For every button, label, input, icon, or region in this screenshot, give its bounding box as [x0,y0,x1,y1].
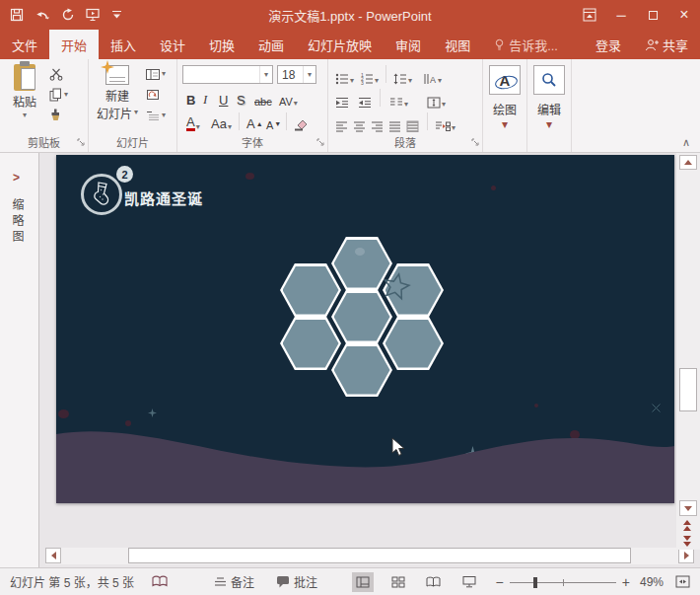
fit-slide-to-window-icon[interactable] [675,575,690,588]
zoom-level[interactable]: 49% [640,575,664,589]
start-slideshow-icon[interactable] [86,8,101,22]
view-slide-sorter-button[interactable] [387,572,409,592]
font-size-dropdown-icon[interactable]: ▾ [303,66,315,83]
numbering-button[interactable]: 123▾ [360,67,379,85]
notes-button[interactable]: 备注 [214,573,254,590]
horizontal-scrollbar-thumb[interactable] [128,548,631,563]
font-name-dropdown-icon[interactable]: ▾ [259,66,272,83]
minimize-button[interactable]: ─ [605,0,637,30]
underline-button[interactable]: U [219,90,228,108]
hexagon-shape[interactable] [331,343,392,397]
increase-indent-button[interactable] [358,91,372,109]
drawing-button[interactable]: A [489,65,521,95]
font-color-button[interactable]: A▾ [186,113,200,131]
tab-animations[interactable]: 动画 [246,30,296,59]
align-text-button[interactable]: ▾ [427,91,446,109]
hexagon-shape[interactable] [383,317,444,370]
view-normal-button[interactable] [352,572,374,592]
convert-smartart-button[interactable]: ▾ [435,114,455,132]
tab-tell-me[interactable]: 告诉我... [482,30,570,59]
font-size-combobox[interactable]: 18 ▾ [277,65,316,84]
hexagon-shape[interactable] [280,317,341,370]
change-case-button[interactable]: Aa▾ [211,113,232,131]
tab-view[interactable]: 视图 [433,30,482,59]
collapse-ribbon-icon[interactable]: ∧ [682,136,690,149]
dot-decoration [491,186,496,190]
drawing-dropdown-icon[interactable]: ▾ [483,118,526,130]
sign-in-button[interactable]: 登录 [584,30,633,59]
scroll-right-button[interactable] [678,548,694,563]
scroll-up-button[interactable] [679,155,697,170]
new-slide-button[interactable]: 新建 幻灯片▾ [93,65,142,119]
tab-design[interactable]: 设计 [148,30,197,59]
share-label: 共享 [663,36,688,54]
undo-icon[interactable] [35,8,50,22]
tab-home[interactable]: 开始 [49,30,99,59]
repeat-icon[interactable] [61,8,75,22]
save-icon[interactable] [10,8,24,22]
paste-button[interactable]: 粘贴 ▾ [7,64,42,119]
scroll-down-button[interactable] [679,500,697,516]
close-button[interactable]: × [668,0,700,30]
spell-check-icon[interactable] [152,575,169,588]
text-shadow-button[interactable]: S [237,90,245,108]
section-button[interactable]: ▾ [146,109,166,122]
grow-font-button[interactable]: A▲ [246,113,263,131]
reset-slide-button[interactable] [146,88,166,102]
zoom-slider-thumb[interactable] [533,577,537,588]
zoom-out-button[interactable]: − [496,574,504,590]
editing-button[interactable] [533,65,565,95]
align-left-button[interactable] [335,114,348,132]
columns-button[interactable]: ▾ [389,91,408,109]
align-right-button[interactable] [371,114,384,132]
view-slideshow-button[interactable] [458,572,480,592]
previous-slide-button[interactable] [683,520,691,531]
decrease-indent-button[interactable] [335,91,349,109]
clear-formatting-button[interactable] [294,113,308,131]
distribute-button[interactable] [406,114,419,132]
format-painter-button[interactable] [49,109,68,122]
hexagon-shape[interactable] [280,263,341,317]
thumbnail-pane-label: 缩略图 [9,198,26,246]
slide-title[interactable]: 凯路通圣诞 [124,187,203,208]
copy-button[interactable]: ▾ [49,88,68,102]
scroll-left-button[interactable] [45,548,61,563]
italic-button[interactable]: I [203,90,207,108]
font-name-combobox[interactable]: ▾ [182,65,273,84]
slide-number-indicator[interactable]: 幻灯片 第 5 张，共 5 张 [10,573,134,590]
comments-button[interactable]: 批注 [276,573,317,590]
zoom-in-button[interactable]: + [622,574,630,590]
bold-button[interactable]: B [186,90,195,108]
line-spacing-button[interactable]: ▾ [393,67,412,85]
vertical-scrollbar-thumb[interactable] [679,368,697,411]
tab-transitions[interactable]: 切换 [197,30,246,59]
tab-insert[interactable]: 插入 [99,30,148,59]
tab-review[interactable]: 审阅 [384,30,433,59]
share-button[interactable]: 共享 [633,30,700,59]
next-slide-button[interactable] [683,536,691,547]
tab-file[interactable]: 文件 [0,30,49,59]
view-reading-button[interactable] [423,572,445,592]
drawing-icon: A [500,72,511,89]
align-center-button[interactable] [353,114,366,132]
arrow-left-icon [51,552,56,559]
ribbon-display-options-icon[interactable] [574,0,605,30]
zoom-slider[interactable] [510,572,616,592]
bullets-button[interactable]: ▾ [335,67,354,85]
strikethrough-button[interactable]: abc [254,90,272,108]
maximize-button[interactable] [637,0,668,30]
layout-button[interactable]: ▾ [146,67,166,81]
text-direction-button[interactable]: A▾ [423,67,442,85]
slide[interactable]: 2 凯路通圣诞 [56,155,674,503]
cut-button[interactable] [49,67,68,81]
justify-button[interactable] [388,114,401,132]
vertical-scrollbar[interactable] [676,153,700,550]
character-spacing-button[interactable]: AV▾ [279,90,298,108]
thumbnail-pane-collapsed[interactable]: > 缩略图 [0,153,39,567]
editing-dropdown-icon[interactable]: ▾ [527,118,571,130]
expand-pane-icon[interactable]: > [13,171,20,185]
customize-qat-icon[interactable] [111,10,122,20]
shrink-font-button[interactable]: A▼ [266,113,281,131]
horizontal-scrollbar[interactable] [45,548,694,564]
tab-slideshow[interactable]: 幻灯片放映 [296,30,384,59]
